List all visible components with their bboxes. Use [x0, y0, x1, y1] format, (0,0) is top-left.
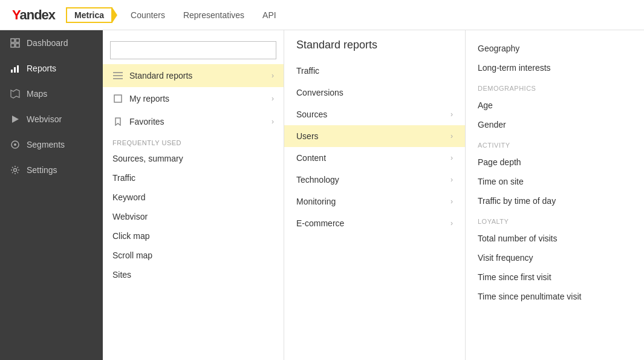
svg-rect-2: [11, 44, 15, 47]
nav-api[interactable]: API: [262, 10, 276, 20]
my-reports-label: My reports: [129, 94, 265, 103]
report-technology-arrow: ›: [450, 175, 453, 184]
menu-item-favorites[interactable]: Favorites ›: [103, 110, 284, 133]
freq-section-label: FREQUENTLY USED: [103, 133, 284, 149]
svg-rect-4: [11, 70, 13, 73]
top-nav-links: Counters Representatives API: [131, 10, 276, 20]
menu-item-my-reports[interactable]: My reports ›: [103, 87, 284, 110]
freq-item-sites[interactable]: Sites: [103, 265, 284, 284]
sidebar-item-reports[interactable]: Reports: [0, 56, 103, 81]
segments-icon: [10, 139, 21, 150]
right-page-depth[interactable]: Page depth: [478, 152, 632, 172]
report-sources-arrow: ›: [450, 110, 453, 119]
svg-marker-8: [12, 116, 19, 123]
report-content[interactable]: Content ›: [284, 147, 465, 169]
freq-item-click-map[interactable]: Click map: [103, 226, 284, 246]
right-time-on-site[interactable]: Time on site: [478, 172, 632, 191]
reports-icon: [10, 63, 21, 74]
sidebar-dashboard-label: Dashboard: [27, 38, 68, 48]
report-monitoring[interactable]: Monitoring ›: [284, 191, 465, 212]
sidebar-item-settings[interactable]: Settings: [0, 157, 103, 183]
report-users-label: Users: [296, 131, 446, 141]
right-total-visits[interactable]: Total number of visits: [478, 229, 632, 248]
svg-marker-7: [11, 90, 19, 98]
svg-rect-0: [11, 39, 15, 42]
freq-item-keyword[interactable]: Keyword: [103, 188, 284, 207]
logo: Yandex: [12, 7, 55, 23]
report-traffic[interactable]: Traffic: [284, 60, 465, 82]
report-sources-label: Sources: [296, 110, 446, 119]
report-content-label: Content: [296, 153, 446, 163]
right-traffic-by-time[interactable]: Traffic by time of day: [478, 191, 632, 211]
report-sources[interactable]: Sources ›: [284, 103, 465, 125]
standard-reports-label: Standard reports: [129, 71, 265, 80]
report-conversions-label: Conversions: [296, 88, 453, 97]
svg-rect-15: [114, 95, 122, 102]
sidebar-maps-label: Maps: [27, 89, 47, 99]
right-age[interactable]: Age: [478, 96, 632, 115]
standard-reports-panel: Standard reports Traffic Conversions Sou…: [284, 30, 466, 360]
favorites-icon: [112, 116, 123, 127]
freq-item-traffic[interactable]: Traffic: [103, 168, 284, 188]
sidebar-webvisor-label: Webvisor: [27, 114, 62, 124]
maps-icon: [10, 88, 21, 99]
right-time-since-first[interactable]: Time since first visit: [478, 267, 632, 287]
search-input[interactable]: [110, 41, 276, 59]
right-panel: Geography Long-term interests DEMOGRAPHI…: [466, 30, 644, 360]
top-nav: Yandex Metrica Counters Representatives …: [0, 0, 644, 30]
standard-reports-arrow: ›: [272, 71, 274, 80]
sidebar-item-maps[interactable]: Maps: [0, 81, 103, 106]
report-technology-label: Technology: [296, 175, 446, 185]
report-ecommerce-arrow: ›: [450, 219, 453, 227]
report-content-arrow: ›: [450, 154, 453, 162]
settings-icon: [10, 165, 21, 175]
standard-reports-title: Standard reports: [284, 39, 465, 60]
report-conversions[interactable]: Conversions: [284, 82, 465, 103]
standard-reports-icon: [112, 70, 123, 81]
dropdown-panel: Standard reports › My reports › Favorite…: [103, 30, 284, 360]
freq-item-scroll-map[interactable]: Scroll map: [103, 246, 284, 265]
sidebar-item-webvisor[interactable]: Webvisor: [0, 106, 103, 132]
loyalty-label: LOYALTY: [478, 211, 632, 229]
report-monitoring-label: Monitoring: [296, 197, 446, 206]
nav-representatives[interactable]: Representatives: [183, 10, 244, 20]
menu-item-standard-reports[interactable]: Standard reports ›: [103, 64, 284, 87]
sidebar: Dashboard Reports Maps: [0, 30, 103, 360]
report-users-arrow: ›: [450, 132, 453, 140]
sidebar-item-dashboard[interactable]: Dashboard: [0, 30, 103, 56]
svg-rect-5: [14, 67, 16, 73]
sidebar-reports-label: Reports: [27, 64, 56, 73]
report-users[interactable]: Users ›: [284, 125, 465, 147]
report-monitoring-arrow: ›: [450, 197, 453, 206]
svg-rect-1: [16, 39, 19, 42]
right-geography[interactable]: Geography: [478, 39, 632, 58]
favorites-label: Favorites: [129, 117, 265, 126]
activity-label: ACTIVITY: [478, 134, 632, 152]
yandex-logo: Yandex: [12, 7, 55, 23]
right-long-term-interests[interactable]: Long-term interests: [478, 58, 632, 77]
nav-counters[interactable]: Counters: [131, 10, 165, 20]
freq-item-webvisor[interactable]: Webvisor: [103, 207, 284, 226]
svg-point-11: [14, 169, 17, 172]
favorites-arrow: ›: [272, 117, 274, 126]
right-time-since-penultimate[interactable]: Time since penultimate visit: [478, 287, 632, 306]
report-technology[interactable]: Technology ›: [284, 169, 465, 191]
dashboard-icon: [10, 38, 21, 48]
metrica-button[interactable]: Metrica: [66, 7, 112, 23]
webvisor-icon: [10, 114, 21, 125]
report-traffic-label: Traffic: [296, 66, 453, 76]
my-reports-icon: [112, 93, 123, 104]
report-ecommerce[interactable]: E-commerce ›: [284, 212, 465, 234]
demographics-label: DEMOGRAPHICS: [478, 77, 632, 96]
sidebar-segments-label: Segments: [27, 140, 65, 149]
freq-item-sources-summary[interactable]: Sources, summary: [103, 149, 284, 168]
right-visit-frequency[interactable]: Visit frequency: [478, 248, 632, 267]
sidebar-settings-label: Settings: [27, 165, 57, 175]
sidebar-item-segments[interactable]: Segments: [0, 132, 103, 157]
right-gender[interactable]: Gender: [478, 115, 632, 134]
svg-rect-3: [16, 44, 19, 47]
svg-rect-6: [17, 65, 19, 73]
report-ecommerce-label: E-commerce: [296, 218, 446, 228]
my-reports-arrow: ›: [272, 94, 274, 103]
svg-point-10: [14, 143, 16, 146]
